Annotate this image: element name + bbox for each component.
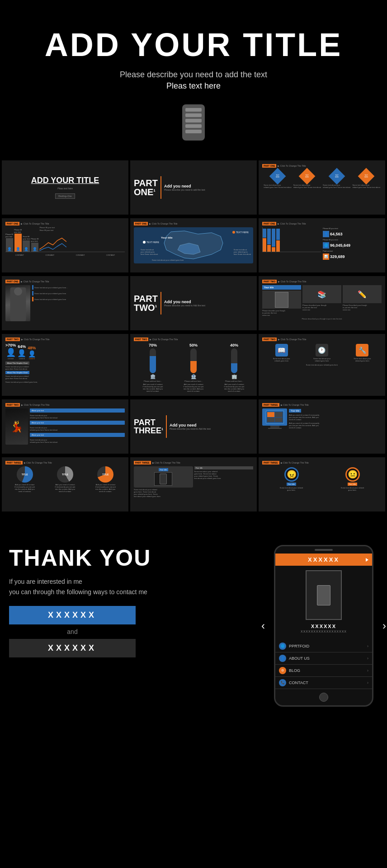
hero-title: ADD YOUR TITLE <box>9 27 378 63</box>
slide-btn[interactable]: Briefing+One <box>55 193 75 199</box>
phone-sub-title: Your title <box>194 466 254 469</box>
diamonds-part-label: PART ONE ▶ Click To Change The Title <box>262 164 382 168</box>
slide-add-title: ADD YOUR TITLE Pleas text here Briefing+… <box>2 160 128 215</box>
menu-item-contact[interactable]: 📞 CONTACT › <box>275 677 372 689</box>
pprtfoid-icon: 🌐 <box>279 643 286 650</box>
slides-row-6: PART THREE ▶ Click To Change The Title T… <box>0 455 387 513</box>
part-one-sub: Please describe you need to add the text <box>164 188 205 192</box>
slide-photo-bullets: PART ONE ▶ Click To Change The Title Som… <box>2 276 128 330</box>
slide-diamonds: PART ONE ▶ Click To Change The Title TEX… <box>259 160 385 215</box>
stat-1: 64,563 <box>330 232 343 236</box>
part-one-label: PARTONE1 <box>134 178 158 197</box>
slide-smileys: PART THREE ▶ Click To Change The Title 😠… <box>259 457 385 511</box>
slide-title-text: ADD YOUR TITLE <box>31 176 99 185</box>
slide-part-one-intro: PARTONE1 Add you need Please describe yo… <box>130 160 257 215</box>
phone-speaker <box>315 549 333 551</box>
about-label: ABOUT US <box>289 656 310 661</box>
part-two-heading: Add you need <box>164 300 205 304</box>
pct-2: 64% <box>18 344 26 349</box>
slides-row-3: PART ONE ▶ Click To Change The Title Som… <box>0 274 387 332</box>
slide-thermo-chart: PART TWO ▶ Click To Change The Title 70%… <box>130 334 257 396</box>
contact-input-2[interactable]: XXXXXX <box>9 639 136 657</box>
part-two-sub: Please describe you need to Add the text <box>164 304 205 307</box>
slide-sub-text: Pleas text here <box>57 187 72 190</box>
slides-row-2: PART ONE ▶ Click To Change The Title Ple… <box>0 216 387 274</box>
menu-item-about[interactable]: 👤 ABOUT US › <box>275 652 372 665</box>
contact-label: CONTACT <box>289 680 308 685</box>
pprtfoid-label: PPRTFOID <box>289 644 309 648</box>
stat-3: 329,689 <box>330 254 345 259</box>
mobile-phone: XXXXXX XXXXXX XXXXXXXXXXXXXXXXXX 🌐 PPRTF… <box>274 545 373 707</box>
phone-mockup: ‹ XXXXXX XXXXXX XXXXXXXXXXXXXXXXXX <box>269 545 378 707</box>
about-icon: 👤 <box>279 655 286 662</box>
slide-image-thumbs: PART TWO ▶ Click To Change The Title You… <box>259 276 385 330</box>
phone-home-btn[interactable] <box>319 693 328 702</box>
blog-chevron: › <box>367 668 368 673</box>
contact-chevron: › <box>367 680 368 685</box>
slide-pie-charts: PART THREE ▶ Click To Change The Title T… <box>2 457 128 511</box>
and-text: and <box>9 628 136 635</box>
thumb-title: Your title <box>262 285 301 290</box>
menu-item-pprtfoid[interactable]: 🌐 PPRTFOID › <box>275 640 372 652</box>
chart-label-4: CONTANT <box>106 254 115 256</box>
blog-icon: ⚙ <box>279 667 286 674</box>
stat-2: 96,045,649 <box>330 243 350 248</box>
chart-label-3: CONSANT <box>76 254 85 256</box>
slides-row-5: PART TWO ▶ Click To Change The Title 💃 A… <box>0 398 387 455</box>
contact-input-1[interactable]: XXXXXX <box>9 606 136 624</box>
phone-inner-frame <box>306 570 342 620</box>
slide-monitor: PART THREE ▶ Click To Change The Title <box>259 399 385 454</box>
slide-phone-tablet: PART THREE ▶ Click To Change The Title Y… <box>130 457 257 511</box>
chart-label-1: CONTANT <box>15 254 24 256</box>
slide-icons-row: PART TWO ▶ Click To Change The Title 📖 S… <box>259 334 385 396</box>
part-three-heading: Add you need <box>170 423 211 427</box>
remote-icon <box>182 104 205 141</box>
slide-stats-numbers: PART ONE ▶ Click To Change The Title <box>259 218 385 272</box>
hero-subtitle2: Pleas text here <box>9 81 378 91</box>
thankyou-left: THANK YOU If you are interested in me yo… <box>9 545 260 657</box>
phone-title: XXXXXX <box>280 624 368 629</box>
phone-arrow-left[interactable]: ‹ <box>261 619 265 632</box>
menu-item-blog[interactable]: ⚙ BLOG › <box>275 665 372 677</box>
phone-top-bar: XXXXXX <box>275 554 372 566</box>
part-three-sub: Please describe you need to Add the text <box>170 427 211 431</box>
blog-label: BLOG <box>289 668 300 673</box>
slides-row-1: ADD YOUR TITLE Pleas text here Briefing+… <box>0 159 387 216</box>
slide-about-text: PART TWO ▶ Click To Change The Title 💃 A… <box>2 399 128 454</box>
hero-section: ADD YOUR TITLE Please describe you need … <box>0 0 387 159</box>
slides-row-4: PART TWO ▶ Click To Change The Title >70… <box>0 332 387 398</box>
slide-map: PART ONE ▶ Click To Change The Title TEX… <box>130 218 257 272</box>
monitor-title: Your title <box>289 409 301 413</box>
pct-1: >70% <box>5 343 16 347</box>
slide-part-two-intro: PARTTWO1 Add you need Please describe yo… <box>130 276 257 330</box>
chart-label-2: CONSANT <box>46 254 55 256</box>
phone-screen: XXXXXX XXXXXXXXXXXXXXXXXX <box>275 566 372 640</box>
pprtfoid-chevron: › <box>367 644 368 648</box>
hero-subtitle1: Please describe you need to add the text <box>9 70 378 80</box>
slide-line-chart: PART ONE ▶ Click To Change The Title Ple… <box>2 218 128 272</box>
pct-3: 48% <box>28 346 36 350</box>
thankyou-sub1: If you are interested in me <box>9 577 260 586</box>
slide-person-chart: PART TWO ▶ Click To Change The Title >70… <box>2 334 128 396</box>
thankyou-title: THANK YOU <box>9 545 260 571</box>
phone-arrow-right[interactable]: › <box>382 619 386 632</box>
contact-icon: 📞 <box>279 679 286 686</box>
phone-title: Your title <box>159 468 168 471</box>
phone-subtitle: XXXXXXXXXXXXXXXXXX <box>280 630 368 633</box>
part-one-heading: Add you need <box>164 184 205 188</box>
thankyou-sub2: you can through the following ways to co… <box>9 587 260 597</box>
about-chevron: › <box>367 656 368 661</box>
thankyou-phone-section: THANK YOU If you are interested in me yo… <box>0 527 387 725</box>
slide-part-three-intro: PARTTHREE1 Add you need Please describe … <box>130 399 257 454</box>
